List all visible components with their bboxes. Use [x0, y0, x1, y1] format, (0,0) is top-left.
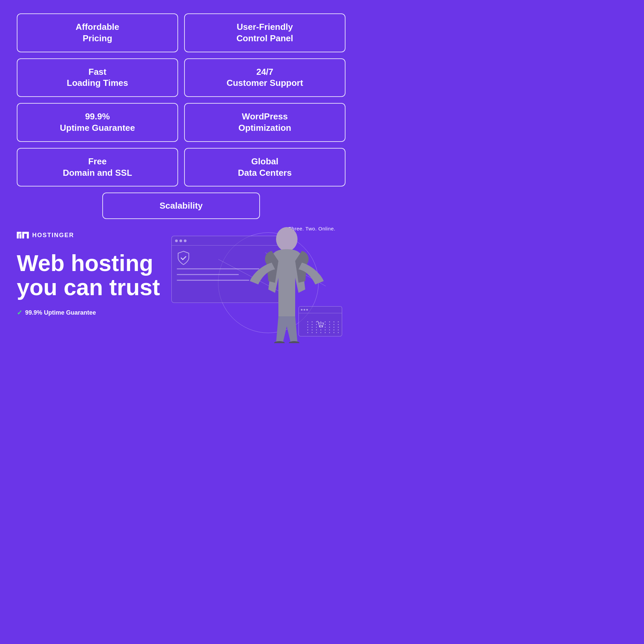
- feature-scalability: Scalability: [102, 193, 260, 219]
- feature-uptime: 99.9%Uptime Guarantee: [17, 103, 178, 142]
- browser-dot-2: [179, 239, 182, 242]
- feature-fast-loading: FastLoading Times: [17, 58, 178, 97]
- line-bar-2: [177, 274, 239, 275]
- dot-pattern-item: [333, 332, 334, 333]
- dot-pattern-item: [329, 324, 330, 325]
- dot-pattern-item: [333, 324, 334, 325]
- shield-icon: [177, 251, 190, 266]
- feature-customer-support: 24/7Customer Support: [184, 58, 345, 97]
- dot-pattern-item: [338, 332, 339, 333]
- feature-data-centers: GlobalData Centers: [184, 148, 345, 187]
- dot-pattern-item: [338, 321, 339, 322]
- scalability-label: Scalability: [160, 201, 203, 211]
- dot-pattern-item: [338, 324, 339, 325]
- logo-text: HOSTINGER: [32, 232, 74, 239]
- feature-wordpress: WordPressOptimization: [184, 103, 345, 142]
- dot-pattern-item: [333, 321, 334, 322]
- tagline-line2: you can trust: [17, 274, 160, 300]
- svg-rect-2: [19, 234, 21, 238]
- svg-rect-1: [17, 232, 21, 234]
- tagline-line1: Web hosting: [17, 250, 153, 276]
- dot-pattern-item: [329, 327, 330, 328]
- uptime-badge: ✓ 99.9% Uptime Guarantee: [17, 309, 165, 317]
- hostinger-logo-icon: [17, 229, 29, 241]
- browser-dot-3: [184, 239, 186, 242]
- dot-pattern-item: [333, 327, 334, 328]
- bottom-left: HOSTINGER Web hosting you can trust ✓ 99…: [17, 226, 165, 317]
- illustration-area: Three. Two. Online.: [165, 226, 345, 340]
- person-figure: [247, 222, 327, 343]
- main-container: AffordablePricing User-FriendlyControl P…: [0, 0, 362, 362]
- svg-rect-3: [22, 232, 24, 238]
- uptime-badge-text: 99.9% Uptime Guarantee: [25, 309, 96, 316]
- dot-pattern-item: [338, 327, 339, 328]
- dot-pattern-item: [338, 329, 339, 330]
- tagline: Web hosting you can trust: [17, 251, 165, 299]
- logo-area: HOSTINGER: [17, 229, 165, 241]
- svg-point-8: [276, 227, 298, 251]
- feature-free-domain: FreeDomain and SSL: [17, 148, 178, 187]
- dot-pattern-item: [329, 329, 330, 330]
- dot-pattern-item: [333, 329, 334, 330]
- scalability-row: Scalability: [17, 193, 345, 219]
- check-icon: ✓: [17, 309, 22, 317]
- svg-rect-5: [27, 232, 29, 238]
- browser-dot-1: [175, 239, 178, 242]
- person-svg: [247, 222, 327, 343]
- feature-affordable-pricing: AffordablePricing: [17, 13, 178, 52]
- dot-pattern-item: [329, 321, 330, 322]
- bottom-section: HOSTINGER Web hosting you can trust ✓ 99…: [17, 226, 345, 340]
- dot-pattern-item: [329, 332, 330, 333]
- feature-user-friendly: User-FriendlyControl Panel: [184, 13, 345, 52]
- features-grid: AffordablePricing User-FriendlyControl P…: [17, 13, 345, 186]
- line-bar-3: [177, 280, 249, 281]
